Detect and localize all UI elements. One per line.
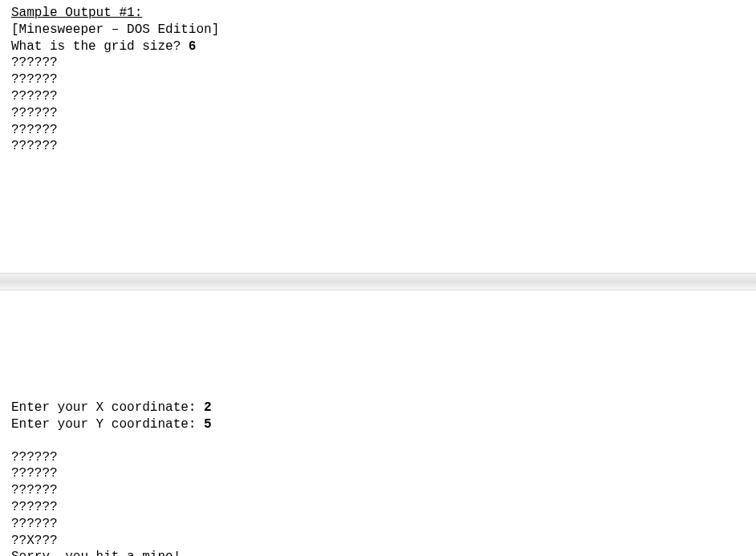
y-coordinate-prompt-text: Enter your Y coordinate: — [11, 417, 204, 432]
initial-grid-row: ?????? — [11, 71, 745, 88]
sample-output-heading: Sample Output #1: — [11, 5, 745, 22]
program-title-line: [Minesweeper – DOS Edition] — [11, 22, 745, 39]
grid-size-user-input: 6 — [189, 39, 197, 54]
result-message: Sorry, you hit a mine! — [11, 549, 745, 556]
grid-size-prompt-text: What is the grid size? — [11, 39, 189, 54]
initial-grid-row: ?????? — [11, 105, 745, 122]
initial-grid-row: ?????? — [11, 138, 745, 155]
y-coordinate-user-input: 5 — [204, 417, 212, 432]
result-grid-row: ??X??? — [11, 533, 745, 550]
result-grid-row: ?????? — [11, 465, 745, 482]
x-coordinate-user-input: 2 — [204, 400, 212, 415]
vertical-spacer — [11, 433, 745, 449]
result-grid-row: ?????? — [11, 449, 745, 466]
grid-size-prompt-line: What is the grid size? 6 — [11, 39, 745, 55]
initial-grid-row: ?????? — [11, 55, 745, 71]
page-divider — [0, 273, 756, 290]
x-coordinate-prompt-text: Enter your X coordinate: — [11, 400, 204, 415]
initial-grid-row: ?????? — [11, 88, 745, 105]
page-top-section: Sample Output #1: [Minesweeper – DOS Edi… — [0, 0, 756, 273]
y-coordinate-prompt-line: Enter your Y coordinate: 5 — [11, 416, 745, 433]
initial-grid-row: ?????? — [11, 122, 745, 139]
result-grid-row: ?????? — [11, 516, 745, 533]
page-bottom-section: Enter your X coordinate: 2 Enter your Y … — [0, 290, 756, 556]
x-coordinate-prompt-line: Enter your X coordinate: 2 — [11, 400, 745, 416]
result-grid-row: ?????? — [11, 499, 745, 516]
result-grid-row: ?????? — [11, 482, 745, 499]
vertical-spacer — [11, 295, 745, 400]
